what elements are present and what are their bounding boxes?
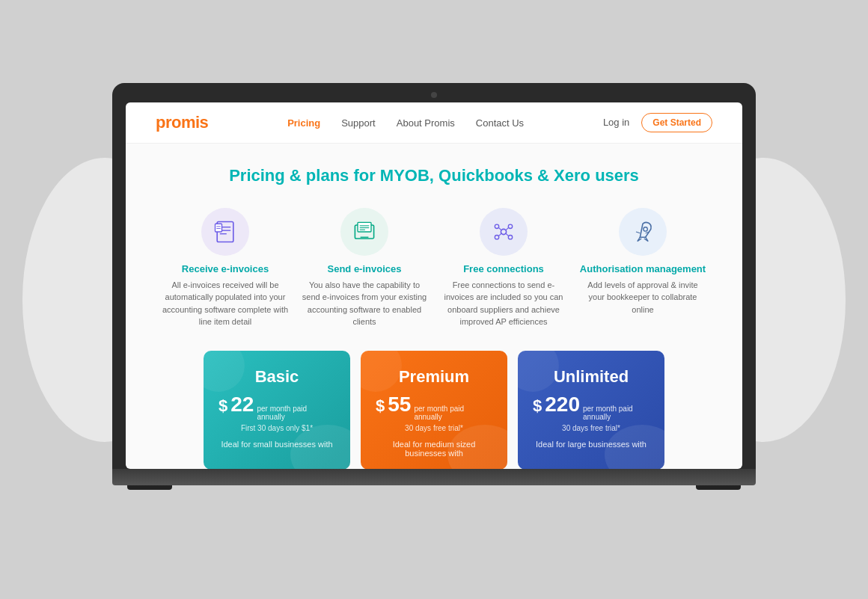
svg-rect-4: [216, 224, 222, 232]
send-title: Send e-invoices: [328, 263, 402, 274]
unlimited-period: per month paid annually: [583, 405, 650, 421]
receive-title: Receive e-invoices: [182, 263, 269, 274]
nav-item-contact[interactable]: Contact Us: [476, 116, 524, 129]
unlimited-amount: 220: [545, 393, 580, 417]
connections-desc: Free connections to send e-invoices are …: [440, 279, 567, 328]
premium-price-row: $ 55 per month paid annually: [376, 393, 492, 421]
camera-bar: [126, 92, 742, 98]
laptop-foot-left: [127, 485, 172, 490]
auth-desc: Add levels of approval & invite your boo…: [579, 279, 706, 316]
pricing-row: Basic $ 22 per month paid annually First…: [156, 351, 712, 469]
login-link[interactable]: Log in: [603, 117, 629, 128]
laptop-feet: [112, 485, 756, 490]
svg-point-15: [508, 224, 512, 228]
nav-links: Pricing Support About Promis Contact Us: [287, 116, 524, 129]
unlimited-currency: $: [533, 396, 542, 416]
get-started-button[interactable]: Get Started: [641, 113, 712, 132]
features-row: Receive e-invoices All e-invoices receiv…: [156, 208, 712, 328]
nav-link-about[interactable]: About Promis: [397, 117, 455, 129]
pricing-card-basic[interactable]: Basic $ 22 per month paid annually First…: [204, 351, 350, 469]
svg-point-14: [495, 224, 498, 228]
send-icon: [351, 218, 378, 245]
nav-link-pricing[interactable]: Pricing: [287, 117, 320, 129]
connections-title: Free connections: [463, 263, 544, 274]
svg-rect-8: [358, 222, 371, 232]
site-main: Pricing & plans for MYOB, Quickbooks & X…: [126, 144, 742, 469]
laptop-base: [112, 469, 756, 485]
page-headline: Pricing & plans for MYOB, Quickbooks & X…: [156, 166, 712, 185]
svg-line-18: [499, 227, 502, 230]
send-icon-wrap: [340, 208, 388, 256]
basic-currency: $: [218, 396, 227, 416]
premium-period: per month paid annually: [414, 405, 492, 421]
laptop-screen: promis Pricing Support About Promis: [126, 102, 742, 469]
feature-receive: Receive e-invoices All e-invoices receiv…: [162, 208, 289, 328]
site-logo: promis: [156, 113, 208, 132]
rocket-icon: [629, 218, 656, 245]
basic-price-row: $ 22 per month paid annually: [218, 393, 335, 421]
feature-connections: Free connections Free connections to sen…: [440, 208, 567, 328]
connections-icon-wrap: [480, 208, 528, 256]
premium-currency: $: [376, 396, 385, 416]
unlimited-price-row: $ 220 per month paid annually: [533, 393, 650, 421]
premium-amount: 55: [388, 393, 411, 417]
svg-point-22: [644, 227, 647, 230]
svg-line-20: [499, 233, 502, 236]
svg-line-19: [506, 227, 509, 230]
camera-dot: [431, 92, 437, 98]
connections-icon: [490, 218, 517, 245]
auth-title: Authorisation management: [580, 263, 706, 274]
feature-send: Send e-invoices You also have the capabi…: [301, 208, 428, 328]
nav-item-about[interactable]: About Promis: [397, 116, 455, 129]
laptop-foot-right: [696, 485, 741, 490]
laptop-wrapper: promis Pricing Support About Promis: [112, 83, 756, 490]
svg-line-21: [506, 233, 509, 236]
pricing-card-premium[interactable]: Premium $ 55 per month paid annually 30 …: [361, 351, 507, 469]
nav-item-pricing[interactable]: Pricing: [287, 116, 320, 129]
basic-amount: 22: [230, 393, 254, 417]
receive-icon-wrap: [201, 208, 249, 256]
svg-point-13: [501, 229, 506, 234]
feature-auth: Authorisation management Add levels of a…: [579, 208, 706, 328]
site-nav: promis Pricing Support About Promis: [126, 102, 742, 144]
auth-icon-wrap: [619, 208, 667, 256]
svg-point-17: [508, 235, 512, 239]
laptop-lid: promis Pricing Support About Promis: [112, 83, 756, 469]
nav-link-support[interactable]: Support: [341, 117, 376, 129]
pricing-card-unlimited[interactable]: Unlimited $ 220 per month paid annually …: [518, 351, 664, 469]
basic-period: per month paid annually: [257, 405, 335, 421]
svg-point-16: [495, 235, 498, 239]
nav-right: Log in Get Started: [603, 113, 712, 132]
send-desc: You also have the capability to send e-i…: [301, 279, 428, 328]
logo-text: promis: [156, 113, 208, 132]
receive-icon: [212, 218, 239, 245]
nav-link-contact[interactable]: Contact Us: [476, 117, 524, 129]
receive-desc: All e-invoices received will be automati…: [162, 279, 289, 328]
nav-item-support[interactable]: Support: [341, 116, 376, 129]
